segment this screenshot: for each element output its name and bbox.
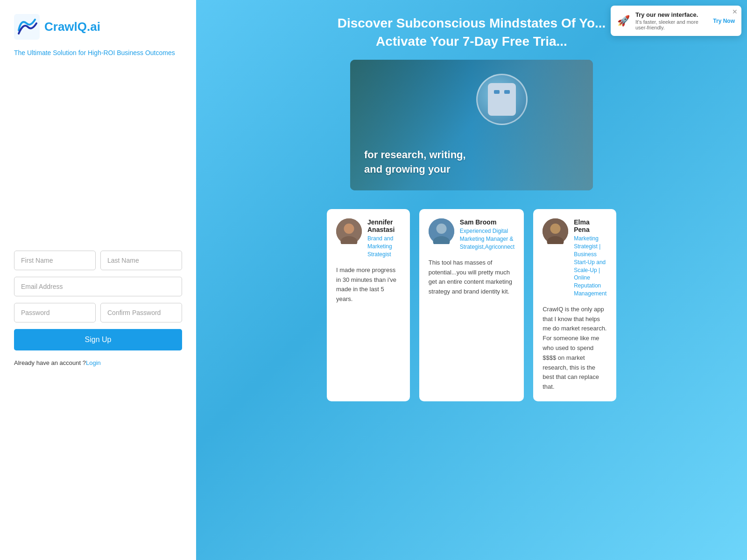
testimonial-name-2: Sam Broom	[460, 218, 514, 226]
logo-area: CrawlQ.ai	[14, 14, 182, 40]
robot-eyes	[488, 83, 516, 94]
first-name-input[interactable]	[14, 251, 96, 270]
testimonial-card-2: Sam Broom Experienced Digital Marketing …	[419, 209, 524, 401]
testimonial-role-3: Marketing Strategist | Business Start-Up…	[574, 235, 607, 297]
robot-avatar	[476, 74, 528, 125]
hero-title-line2: Activate Your 7-Day Free Tria...	[376, 34, 567, 49]
hero-title-line1: Discover Subconscious Mindstates Of Yo..…	[338, 16, 606, 30]
testimonial-card-3: Elma Pena Marketing Strategist | Busines…	[533, 209, 616, 401]
tagline-text: The Ultimate Solution for High-ROI Busin…	[14, 49, 182, 56]
testimonial-meta-3: Elma Pena Marketing Strategist | Busines…	[574, 218, 607, 297]
testimonial-name-1: Jennifer Anastasi	[367, 218, 401, 233]
testimonial-role-1: Brand and Marketing Strategist	[367, 235, 401, 258]
try-now-button[interactable]: Try Now	[713, 18, 735, 24]
notification-content: Try our new interface. It's faster, slee…	[635, 11, 707, 30]
login-prompt: Already have an account ?Login	[14, 359, 182, 366]
name-row	[14, 251, 182, 270]
hero-text: Discover Subconscious Mindstates Of Yo..…	[338, 14, 606, 50]
svg-point-2	[344, 224, 354, 234]
testimonials-container: Jennifer Anastasi Brand and Marketing St…	[327, 209, 616, 401]
right-panel: 🚀 Try our new interface. It's faster, sl…	[196, 0, 747, 560]
svg-point-5	[436, 224, 446, 234]
notification-popup: 🚀 Try our new interface. It's faster, sl…	[611, 6, 741, 36]
testimonial-text-1: I made more progress in 30 minutes than …	[336, 266, 401, 304]
signup-button[interactable]: Sign Up	[14, 329, 182, 350]
image-overlay-text: for research, writing,and growing your	[364, 148, 466, 177]
password-input[interactable]	[14, 303, 96, 322]
testimonial-text-3: CrawIQ is the only app that I know that …	[543, 305, 607, 392]
notification-subtitle: It's faster, sleeker and more user-frien…	[635, 19, 707, 30]
notification-title: Try our new interface.	[635, 11, 707, 18]
testimonial-card-1: Jennifer Anastasi Brand and Marketing St…	[327, 209, 410, 401]
notification-icon: 🚀	[617, 15, 630, 27]
logo-text: CrawlQ.ai	[44, 20, 100, 34]
hero-image: for research, writing,and growing your	[350, 60, 593, 190]
testimonial-header-1: Jennifer Anastasi Brand and Marketing St…	[336, 218, 401, 258]
confirm-password-input[interactable]	[100, 303, 182, 322]
testimonial-name-3: Elma Pena	[574, 218, 607, 233]
avatar-1	[336, 218, 362, 244]
testimonial-meta-2: Sam Broom Experienced Digital Marketing …	[460, 218, 514, 251]
testimonial-text-2: This tool has masses of potential...you …	[429, 258, 514, 297]
login-link[interactable]: Login	[86, 359, 101, 366]
email-input[interactable]	[14, 277, 182, 296]
testimonial-header-2: Sam Broom Experienced Digital Marketing …	[429, 218, 514, 251]
robot-eye-right	[504, 90, 510, 94]
password-row	[14, 303, 182, 322]
testimonial-role-2: Experienced Digital Marketing Manager & …	[460, 227, 514, 251]
robot-eye-left	[494, 90, 500, 94]
notification-close-button[interactable]: ✕	[732, 8, 738, 15]
svg-point-8	[550, 224, 561, 234]
hero-image-placeholder: for research, writing,and growing your	[350, 60, 593, 190]
signup-form: Sign Up Already have an account ?Login	[14, 251, 182, 366]
testimonial-meta-1: Jennifer Anastasi Brand and Marketing St…	[367, 218, 401, 258]
last-name-input[interactable]	[100, 251, 182, 270]
avatar-3	[543, 218, 568, 244]
testimonial-header-3: Elma Pena Marketing Strategist | Busines…	[543, 218, 607, 297]
crawlq-logo-icon	[14, 14, 40, 40]
left-panel: CrawlQ.ai The Ultimate Solution for High…	[0, 0, 196, 560]
avatar-2	[429, 218, 454, 244]
robot-head	[488, 83, 516, 116]
